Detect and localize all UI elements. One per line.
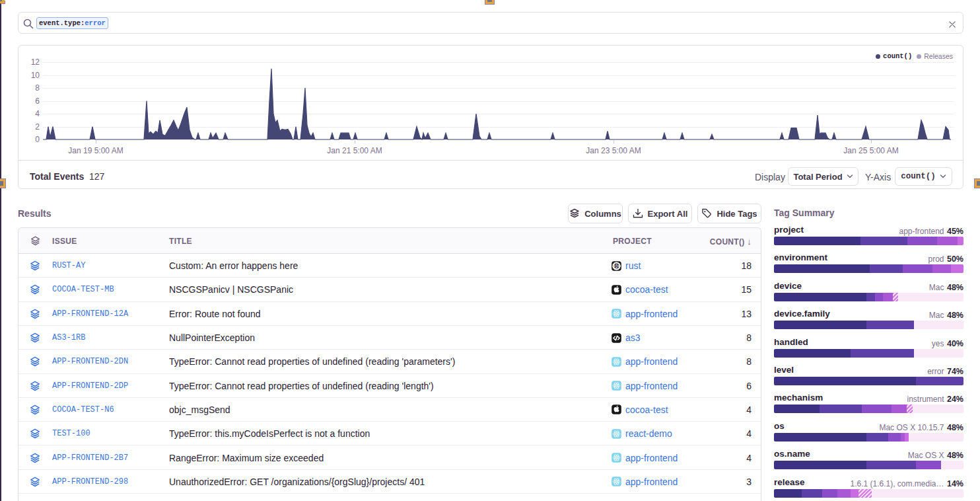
- svg-text:R: R: [615, 263, 619, 269]
